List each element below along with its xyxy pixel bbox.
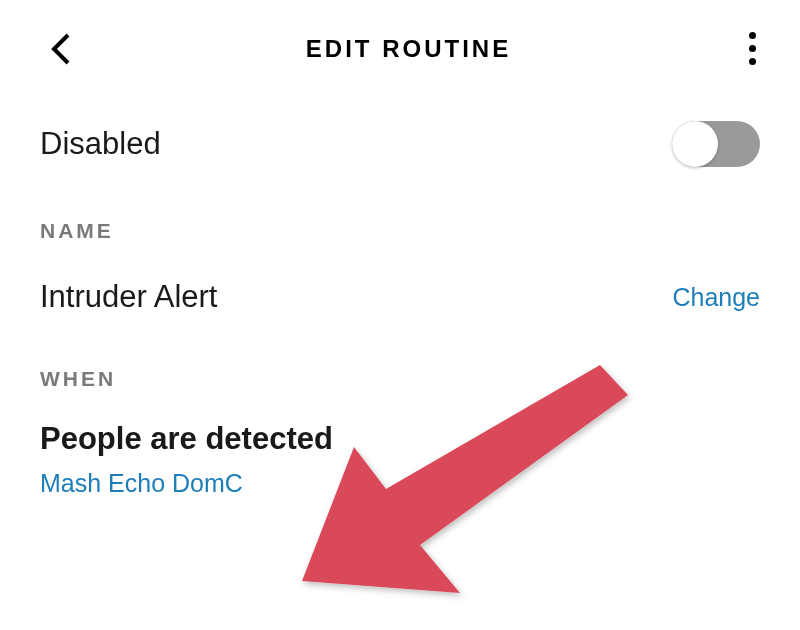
status-label: Disabled (40, 126, 161, 162)
kebab-dot-icon (749, 32, 756, 39)
name-row: Intruder Alert Change (0, 255, 800, 339)
chevron-left-icon (48, 31, 72, 67)
more-button[interactable] (745, 28, 760, 69)
toggle-knob (672, 121, 718, 167)
routine-name: Intruder Alert (40, 279, 217, 315)
kebab-dot-icon (749, 45, 756, 52)
section-label-when: WHEN (0, 339, 800, 403)
section-label-name: NAME (0, 191, 800, 255)
trigger-device[interactable]: Mash Echo DomC (40, 469, 760, 498)
page-title: EDIT ROUTINE (306, 35, 511, 63)
trigger-title: People are detected (40, 421, 760, 457)
status-row: Disabled (0, 97, 800, 191)
change-name-link[interactable]: Change (672, 283, 760, 312)
enable-toggle[interactable] (672, 121, 760, 167)
header: EDIT ROUTINE (0, 0, 800, 97)
kebab-dot-icon (749, 58, 756, 65)
back-button[interactable] (48, 31, 72, 67)
trigger-row[interactable]: People are detected Mash Echo DomC (0, 403, 800, 498)
